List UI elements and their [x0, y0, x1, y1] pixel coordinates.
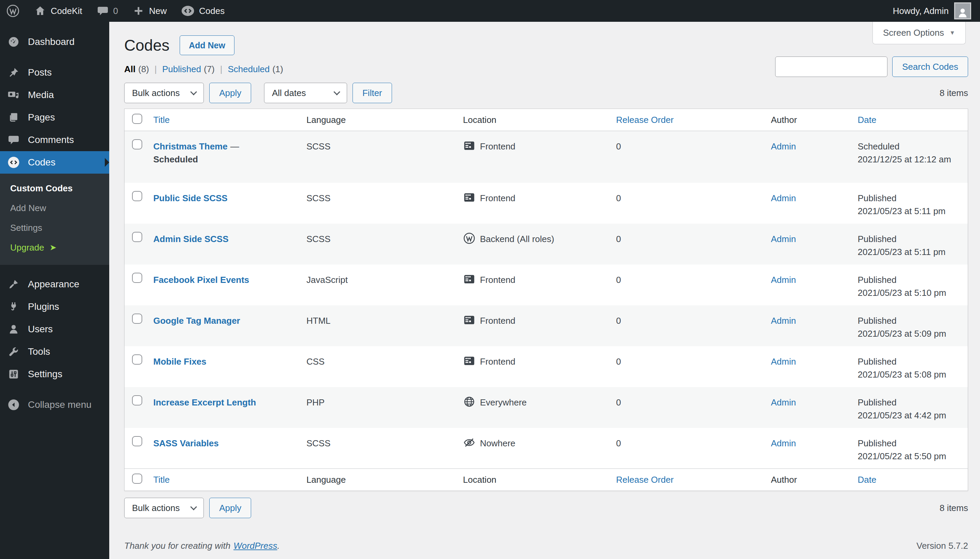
- row-checkbox[interactable]: [132, 395, 142, 405]
- filter-button[interactable]: Filter: [353, 83, 392, 103]
- search-input[interactable]: [775, 56, 888, 77]
- new-content-menu[interactable]: New: [132, 5, 167, 17]
- thanks-text: Thank you for creating with: [124, 541, 230, 551]
- column-header-release-order[interactable]: Release Order: [616, 115, 674, 125]
- code-title-link[interactable]: Christmas Theme: [153, 141, 228, 152]
- site-name: CodeKit: [51, 6, 82, 17]
- sidebar-item-label: Tools: [28, 346, 50, 357]
- row-checkbox[interactable]: [132, 436, 142, 446]
- menu-separator: [0, 53, 109, 61]
- wp-logo-menu[interactable]: [6, 4, 20, 18]
- frontend-layout-icon: [463, 191, 475, 203]
- post-state: Scheduled: [153, 154, 198, 164]
- row-checkbox[interactable]: [132, 314, 142, 324]
- author-link[interactable]: Admin: [771, 397, 796, 407]
- location-cell: Frontend: [463, 273, 516, 286]
- bulk-actions-select[interactable]: Bulk actions: [124, 498, 204, 518]
- apply-button[interactable]: Apply: [209, 83, 251, 103]
- language-cell: JavaScript: [307, 265, 463, 305]
- location-label: Frontend: [480, 192, 516, 205]
- my-account-menu[interactable]: Howdy, Admin: [893, 2, 971, 20]
- location-cell: Frontend: [463, 314, 516, 327]
- column-footer-title[interactable]: Title: [153, 475, 170, 485]
- row-checkbox[interactable]: [132, 232, 142, 242]
- filter-all-link[interactable]: All: [124, 64, 135, 74]
- date-cell: Published2021/05/23 at 4:42 pm: [858, 387, 968, 428]
- column-footer-date[interactable]: Date: [858, 475, 876, 485]
- select-all-checkbox[interactable]: [132, 114, 142, 124]
- bulk-actions-select[interactable]: Bulk actions: [124, 83, 204, 103]
- frontend-layout-icon: [463, 140, 475, 152]
- paintbrush-icon: [8, 278, 20, 290]
- author-link[interactable]: Admin: [771, 316, 796, 326]
- author-link[interactable]: Admin: [771, 141, 796, 152]
- code-title-link[interactable]: Facebook Pixel Events: [153, 275, 249, 285]
- collapse-menu-button[interactable]: Collapse menu: [0, 394, 109, 416]
- row-checkbox[interactable]: [132, 191, 142, 201]
- author-link[interactable]: Admin: [771, 193, 796, 203]
- row-checkbox[interactable]: [132, 354, 142, 365]
- sidebar-item-pages[interactable]: Pages: [0, 106, 109, 129]
- sidebar-item-tools[interactable]: Tools: [0, 341, 109, 363]
- sidebar-item-comments[interactable]: Comments: [0, 129, 109, 151]
- table-footer-row: Title Language Location Release Order Au…: [125, 469, 968, 491]
- column-footer-release-order[interactable]: Release Order: [616, 475, 674, 485]
- sidebar-item-media[interactable]: Media: [0, 84, 109, 106]
- submenu-item-add-new[interactable]: Add New: [0, 198, 109, 218]
- code-title-link[interactable]: Increase Excerpt Length: [153, 397, 256, 407]
- status-text: Published: [858, 437, 964, 450]
- sidebar-item-posts[interactable]: Posts: [0, 61, 109, 84]
- submenu-item-settings[interactable]: Settings: [0, 218, 109, 238]
- row-checkbox[interactable]: [132, 273, 142, 283]
- add-new-button[interactable]: Add New: [180, 35, 234, 55]
- filter-published-link[interactable]: Published: [162, 64, 201, 74]
- sidebar-item-appearance[interactable]: Appearance: [0, 273, 109, 296]
- date-filter-select[interactable]: All dates: [264, 83, 347, 103]
- frontend-layout-icon: [463, 273, 475, 285]
- date-text: 2021/05/23 at 4:42 pm: [858, 409, 964, 422]
- column-footer-location: Location: [463, 469, 616, 491]
- admin-sidebar: Dashboard Posts Media Pages Comments C: [0, 22, 109, 559]
- codes-shortcut[interactable]: Codes: [181, 4, 224, 18]
- table-row: Public Side SCSS SCSS Frontend 0 Admin P…: [125, 183, 968, 224]
- submenu-item-upgrade[interactable]: Upgrade ➤: [0, 238, 109, 257]
- code-title-link[interactable]: Google Tag Manager: [153, 316, 240, 326]
- location-cell: Backend (All roles): [463, 233, 554, 245]
- location-cell: Frontend: [463, 355, 516, 368]
- author-link[interactable]: Admin: [771, 356, 796, 367]
- filter-scheduled-link[interactable]: Scheduled: [228, 64, 270, 74]
- sidebar-item-users[interactable]: Users: [0, 318, 109, 341]
- code-title-link[interactable]: Mobile Fixes: [153, 356, 206, 367]
- sidebar-item-dashboard[interactable]: Dashboard: [0, 31, 109, 53]
- screen-options-tab[interactable]: Screen Options ▼: [873, 22, 966, 44]
- site-name-link[interactable]: CodeKit: [34, 5, 82, 17]
- admin-bar: CodeKit 0 New Codes Howdy, Admin: [0, 0, 980, 22]
- code-title-link[interactable]: SASS Variables: [153, 438, 219, 448]
- column-header-title[interactable]: Title: [153, 115, 170, 125]
- submenu-item-custom-codes[interactable]: Custom Codes: [0, 179, 109, 198]
- footer-thanks: Thank you for creating withWordPress.: [124, 541, 280, 551]
- apply-button[interactable]: Apply: [209, 498, 251, 518]
- sidebar-item-label: Codes: [28, 157, 56, 168]
- wordpress-link[interactable]: WordPress: [233, 541, 277, 551]
- search-codes-button[interactable]: Search Codes: [892, 56, 968, 77]
- language-cell: HTML: [307, 305, 463, 346]
- author-link[interactable]: Admin: [771, 438, 796, 448]
- screen-options-label: Screen Options: [883, 28, 944, 38]
- author-link[interactable]: Admin: [771, 275, 796, 285]
- table-row: Admin Side SCSS SCSS Backend (All roles)…: [125, 224, 968, 265]
- release-order-cell: 0: [616, 224, 771, 265]
- sidebar-item-label: Plugins: [28, 301, 59, 312]
- frontend-layout-icon: [463, 355, 475, 367]
- sidebar-item-plugins[interactable]: Plugins: [0, 296, 109, 318]
- select-all-checkbox[interactable]: [132, 473, 142, 484]
- comments-shortcut[interactable]: 0: [97, 5, 118, 17]
- code-title-link[interactable]: Public Side SCSS: [153, 193, 228, 203]
- page-header: Codes Add New: [124, 22, 968, 55]
- sidebar-item-codes[interactable]: Codes: [0, 151, 109, 174]
- code-title-link[interactable]: Admin Side SCSS: [153, 234, 229, 244]
- sidebar-item-settings[interactable]: Settings: [0, 363, 109, 385]
- column-header-date[interactable]: Date: [858, 115, 876, 125]
- author-link[interactable]: Admin: [771, 234, 796, 244]
- row-checkbox[interactable]: [132, 139, 142, 149]
